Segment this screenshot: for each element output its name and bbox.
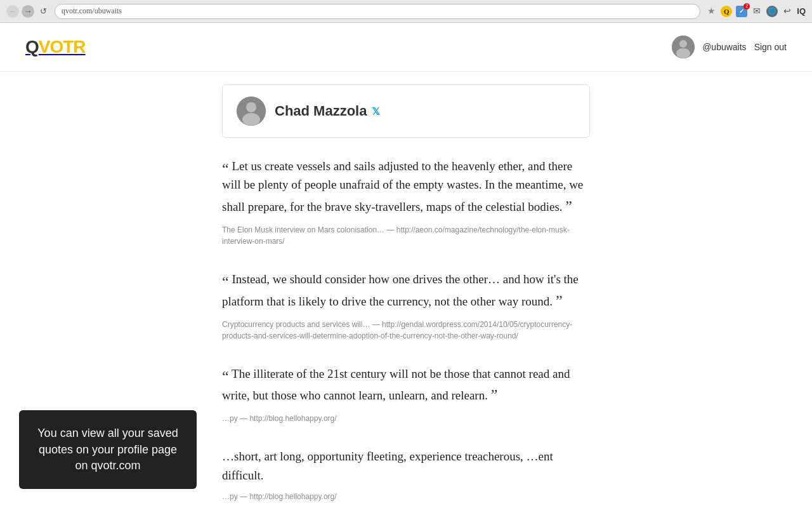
- quote-source-1: The Elon Musk interview on Mars colonisa…: [222, 224, 590, 247]
- sign-out-button[interactable]: Sign out: [754, 42, 787, 52]
- avatar: [672, 36, 695, 58]
- quote-source-2: Cryptocurrency products and services wil…: [222, 319, 590, 342]
- profile-name-text: Chad Mazzola: [275, 103, 367, 119]
- forward-button[interactable]: →: [22, 5, 34, 18]
- browser-chrome: ← → ↺ qvotr.com/ubuwaits ★ Q ✓ 2 ✉ 🌐 ↩ I…: [0, 0, 812, 23]
- svg-point-5: [242, 113, 260, 126]
- bookmark-icon[interactable]: ★: [705, 6, 717, 17]
- quote-source-link-4[interactable]: http://blog.hellohappy.org/: [249, 492, 336, 501]
- main-content: Chad Mazzola 𝕏 “ Let us create vessels a…: [209, 72, 603, 508]
- quote-source-sep-1: —: [386, 225, 394, 234]
- quote-block-3: “ The illiterate of the 21st century wil…: [222, 364, 590, 425]
- profile-avatar: [237, 97, 266, 126]
- quote-close-3: ”: [491, 386, 498, 403]
- quote-open-1: “: [222, 161, 229, 177]
- quote-source-link-3[interactable]: http://blog.hellohappy.org/: [249, 414, 336, 423]
- quote-source-sep-2: —: [372, 320, 382, 329]
- arrow-extension-icon[interactable]: ↩: [782, 6, 793, 17]
- back-button[interactable]: ←: [6, 5, 19, 18]
- profile-name: Chad Mazzola 𝕏: [275, 103, 380, 119]
- globe-extension-icon[interactable]: 🌐: [766, 6, 778, 17]
- extension-badge: 2: [743, 3, 750, 10]
- quote-close-2: ”: [556, 292, 563, 309]
- address-bar[interactable]: qvotr.com/ubuwaits: [55, 4, 700, 19]
- quote-source-4: …py — http://blog.hellohappy.org/: [222, 491, 590, 502]
- quote-text-3: “ The illiterate of the 21st century wil…: [222, 364, 590, 407]
- profile-card: Chad Mazzola 𝕏: [222, 84, 590, 138]
- quote-text-1: “ Let us create vessels and sails adjust…: [222, 157, 590, 218]
- quote-open-2: “: [222, 274, 229, 290]
- mail-extension-icon[interactable]: ✉: [751, 6, 763, 17]
- username: @ubuwaits: [702, 42, 746, 52]
- browser-nav-buttons: ← → ↺: [6, 5, 49, 18]
- tooltip-popup: You can view all your saved quotes on yo…: [19, 410, 197, 489]
- quote-text-4: …short, art long, opportunity fleeting, …: [222, 447, 590, 485]
- logo-votr: VOTR: [39, 37, 86, 57]
- iq-extension-icon[interactable]: IQ: [797, 6, 806, 16]
- quote-block-1: “ Let us create vessels and sails adjust…: [222, 157, 590, 247]
- reload-button[interactable]: ↺: [37, 5, 49, 18]
- site-header: QVOTR @ubuwaits Sign out: [0, 23, 812, 72]
- quote-source-sep-4: —: [240, 492, 249, 501]
- quote-block-2: “ Instead, we should consider how one dr…: [222, 270, 590, 342]
- twitter-icon[interactable]: 𝕏: [372, 105, 380, 117]
- quote-open-3: “: [222, 368, 229, 385]
- q-extension-icon[interactable]: Q: [721, 6, 732, 17]
- quote-text-2: “ Instead, we should consider how one dr…: [222, 270, 590, 312]
- quote-source-sep-3: —: [240, 414, 249, 423]
- quote-close-1: ”: [565, 197, 572, 214]
- quote-source-3: …py — http://blog.hellohappy.org/: [222, 413, 590, 424]
- check-extension-icon[interactable]: ✓ 2: [736, 6, 747, 17]
- quote-block-4: …short, art long, opportunity fleeting, …: [222, 447, 590, 502]
- logo[interactable]: QVOTR: [25, 37, 86, 57]
- svg-point-1: [679, 40, 687, 48]
- logo-q: Q: [25, 37, 39, 57]
- browser-actions: ★ Q ✓ 2 ✉ 🌐 ↩ IQ: [705, 6, 806, 17]
- url-text: qvotr.com/ubuwaits: [62, 6, 122, 16]
- header-right: @ubuwaits Sign out: [672, 36, 787, 58]
- svg-point-4: [246, 102, 256, 112]
- tooltip-text: You can view all your saved quotes on yo…: [37, 427, 178, 471]
- svg-point-2: [676, 48, 690, 58]
